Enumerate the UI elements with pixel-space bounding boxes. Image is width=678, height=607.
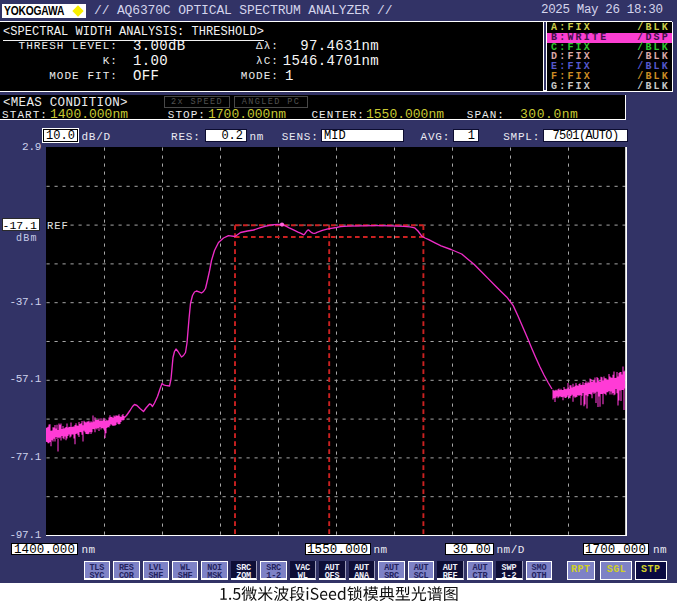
svg-text:REF: REF bbox=[47, 220, 69, 232]
